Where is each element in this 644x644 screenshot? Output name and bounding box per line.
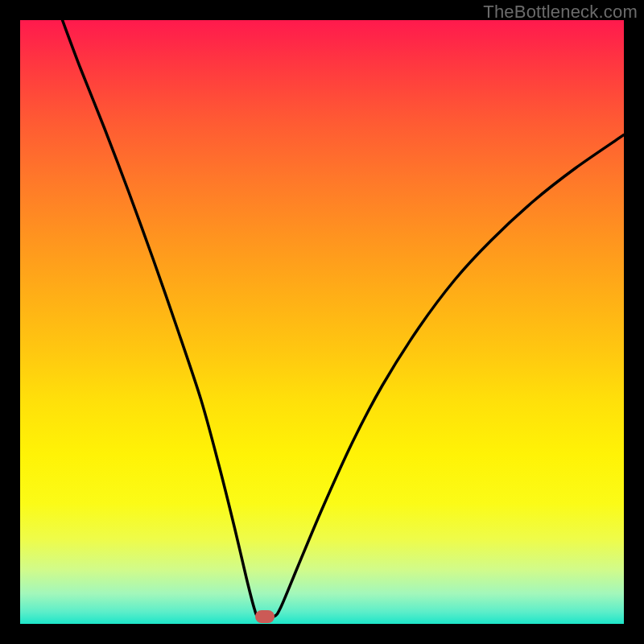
chart-curve-path (63, 20, 625, 617)
chart-marker (255, 610, 275, 623)
chart-curve-svg (20, 20, 624, 624)
chart-frame (20, 20, 624, 624)
